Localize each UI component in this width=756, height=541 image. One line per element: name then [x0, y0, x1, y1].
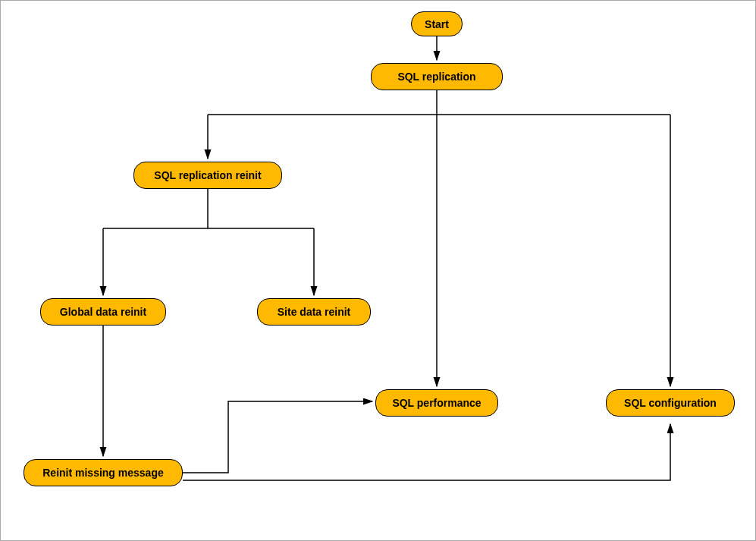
node-sql-replication: SQL replication	[371, 63, 503, 90]
node-label: SQL configuration	[624, 397, 717, 409]
node-label: Global data reinit	[60, 306, 146, 318]
node-sql-configuration: SQL configuration	[606, 389, 735, 417]
node-site-data-reinit: Site data reinit	[257, 298, 371, 326]
node-label: SQL replication	[397, 71, 475, 83]
node-global-data-reinit: Global data reinit	[40, 298, 166, 326]
node-sql-performance: SQL performance	[375, 389, 498, 417]
node-label: Reinit missing message	[42, 467, 164, 479]
node-label: SQL replication reinit	[154, 169, 261, 181]
node-start: Start	[411, 11, 463, 36]
node-label: Site data reinit	[278, 306, 350, 318]
node-label: Start	[425, 18, 449, 30]
node-label: SQL performance	[392, 397, 481, 409]
node-sql-replication-reinit: SQL replication reinit	[133, 162, 282, 189]
node-reinit-missing-message: Reinit missing message	[24, 459, 183, 486]
flowchart-canvas: Start SQL replication SQL replication re…	[0, 0, 756, 541]
